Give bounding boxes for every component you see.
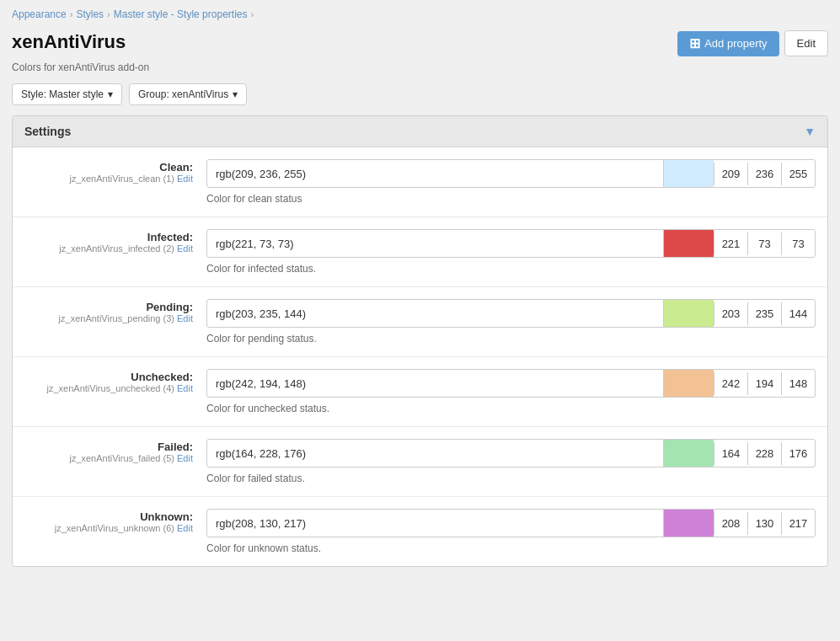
color-value-input-3[interactable] [207,372,663,395]
property-name-5: Unknown: [24,510,193,523]
property-row: Unchecked: jz_xenAntiVirus_unchecked (4)… [13,357,827,427]
property-label-col-1: Infected: jz_xenAntiVirus_infected (2) E… [24,229,193,275]
color-r-1: 221 [714,232,747,255]
property-edit-link-5[interactable]: Edit [177,523,193,533]
color-b-5: 217 [781,512,815,535]
settings-chevron-icon: ▼ [804,125,816,138]
header-buttons: ⊞ Add property Edit [677,30,828,56]
breadcrumb-sep-2: › [107,9,110,19]
color-r-4: 164 [714,442,747,465]
color-input-row-3: 242 194 148 [206,369,816,398]
property-key-4: jz_xenAntiVirus_failed (5) Edit [24,453,193,463]
color-value-input-2[interactable] [207,302,663,325]
color-b-4: 176 [781,442,815,465]
property-row: Unknown: jz_xenAntiVirus_unknown (6) Edi… [13,497,827,566]
color-input-row-0: 209 236 255 [206,159,816,188]
color-swatch-5[interactable] [663,510,714,537]
property-edit-link-0[interactable]: Edit [177,174,193,184]
style-filter[interactable]: Style: Master style ▾ [12,83,122,105]
property-content-col-0: 209 236 255 Color for clean status [206,159,816,205]
color-input-row-5: 208 130 217 [206,509,816,537]
edit-button[interactable]: Edit [784,30,828,56]
group-filter[interactable]: Group: xenAntiVirus ▾ [129,83,247,105]
property-label-col-3: Unchecked: jz_xenAntiVirus_unchecked (4)… [24,369,193,414]
property-description-4: Color for failed status. [206,473,816,484]
property-content-col-4: 164 228 176 Color for failed status. [206,439,816,484]
property-row: Clean: jz_xenAntiVirus_clean (1) Edit 20… [13,147,827,217]
breadcrumb-master-style[interactable]: Master style - Style properties [114,8,248,20]
style-filter-chevron: ▾ [108,88,113,100]
property-label-col-0: Clean: jz_xenAntiVirus_clean (1) Edit [24,159,193,205]
property-content-col-5: 208 130 217 Color for unknown status. [206,509,816,554]
color-swatch-0[interactable] [663,160,714,187]
property-key-2: jz_xenAntiVirus_pending (3) Edit [24,313,193,323]
breadcrumb-sep-3: › [250,9,254,19]
plus-icon: ⊞ [689,37,700,51]
color-swatch-4[interactable] [663,440,714,467]
property-edit-link-1[interactable]: Edit [177,243,193,254]
color-input-row-4: 164 228 176 [206,439,816,467]
property-edit-link-4[interactable]: Edit [177,453,193,463]
color-input-row-1: 221 73 73 [206,229,816,258]
filter-bar: Style: Master style ▾ Group: xenAntiViru… [12,83,828,105]
property-content-col-3: 242 194 148 Color for unchecked status. [206,369,816,414]
property-content-col-1: 221 73 73 Color for infected status. [206,229,816,275]
property-name-0: Clean: [24,161,193,174]
property-label-col-2: Pending: jz_xenAntiVirus_pending (3) Edi… [24,299,193,345]
color-value-input-4[interactable] [207,442,663,465]
property-description-1: Color for infected status. [206,263,816,275]
property-edit-link-2[interactable]: Edit [177,313,193,323]
property-row: Pending: jz_xenAntiVirus_pending (3) Edi… [13,287,827,357]
color-input-row-2: 203 235 144 [206,299,816,328]
breadcrumb-styles[interactable]: Styles [76,8,104,20]
property-edit-link-3[interactable]: Edit [177,383,193,393]
property-name-3: Unchecked: [24,371,193,383]
property-row: Infected: jz_xenAntiVirus_infected (2) E… [13,217,827,287]
color-r-2: 203 [714,302,747,325]
color-b-2: 144 [781,302,815,325]
color-g-3: 194 [747,372,781,395]
property-content-col-2: 203 235 144 Color for pending status. [206,299,816,345]
property-row: Failed: jz_xenAntiVirus_failed (5) Edit … [13,427,827,497]
color-r-5: 208 [714,512,747,535]
breadcrumb: Appearance › Styles › Master style - Sty… [12,8,828,20]
property-description-2: Color for pending status. [206,333,816,345]
breadcrumb-appearance[interactable]: Appearance [12,8,67,20]
color-g-2: 235 [747,302,781,325]
color-r-3: 242 [714,372,747,395]
add-property-label: Add property [704,37,767,50]
settings-title: Settings [24,125,71,138]
property-key-1: jz_xenAntiVirus_infected (2) Edit [24,243,193,254]
property-key-0: jz_xenAntiVirus_clean (1) Edit [24,174,193,184]
property-key-5: jz_xenAntiVirus_unknown (6) Edit [24,523,193,533]
group-filter-chevron: ▾ [233,88,238,100]
color-b-1: 73 [781,232,815,255]
color-swatch-3[interactable] [663,370,714,397]
page-header: xenAntiVirus ⊞ Add property Edit [12,27,828,56]
color-swatch-2[interactable] [663,300,714,327]
property-description-0: Color for clean status [206,193,816,205]
color-g-5: 130 [747,512,781,535]
color-value-input-0[interactable] [207,163,663,185]
color-g-1: 73 [747,232,781,255]
breadcrumb-sep-1: › [70,9,73,19]
property-name-2: Pending: [24,301,193,313]
property-label-col-4: Failed: jz_xenAntiVirus_failed (5) Edit [24,439,193,484]
color-b-0: 255 [781,163,815,185]
property-description-3: Color for unchecked status. [206,403,816,414]
settings-header: Settings ▼ [13,116,827,147]
add-property-button[interactable]: ⊞ Add property [677,31,778,56]
page-subtitle: Colors for xenAntiVirus add-on [12,61,828,73]
property-description-5: Color for unknown status. [206,542,816,554]
property-name-1: Infected: [24,231,193,243]
page-title: xenAntiVirus [12,31,126,53]
style-filter-label: Style: Master style [21,88,104,100]
color-r-0: 209 [714,163,747,185]
properties-container: Clean: jz_xenAntiVirus_clean (1) Edit 20… [13,147,827,566]
group-filter-label: Group: xenAntiVirus [138,88,228,100]
color-swatch-1[interactable] [663,230,714,257]
settings-panel: Settings ▼ Clean: jz_xenAntiVirus_clean … [12,115,828,567]
color-value-input-1[interactable] [207,232,663,255]
property-name-4: Failed: [24,441,193,453]
color-value-input-5[interactable] [207,512,663,535]
